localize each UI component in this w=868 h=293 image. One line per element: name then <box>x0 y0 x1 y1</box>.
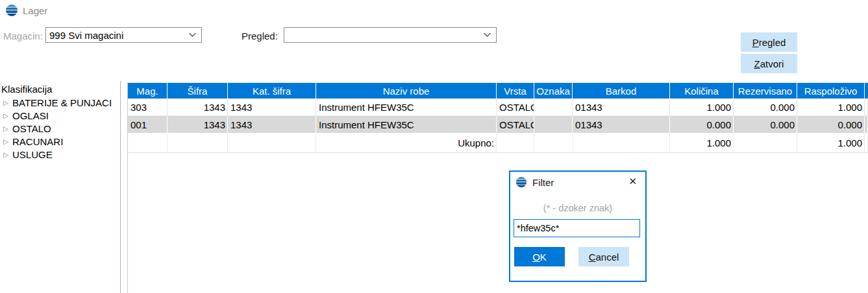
magacin-label: Magacin: <box>3 30 43 41</box>
cell-sifra: 1343 <box>167 99 228 116</box>
table-header-row: Mag. Šifra Kat. šifra Naziv robe Vrsta O… <box>128 83 868 99</box>
col-header-vrsta[interactable]: Vrsta <box>497 83 534 99</box>
zatvori-button[interactable]: Zatvori <box>741 54 797 73</box>
tree-item-label: BATERIJE & PUNJACI <box>12 97 112 108</box>
chevron-down-icon <box>189 33 196 37</box>
totals-partial <box>865 134 868 153</box>
totals-empty <box>497 134 534 153</box>
window-title: Lager <box>5 4 47 17</box>
totals-label: Ukupno: <box>316 134 497 153</box>
totals-empty <box>534 134 573 153</box>
cell-vrsta: OSTALO <box>497 116 534 134</box>
cell-mag: 001 <box>128 116 167 134</box>
tree-item-label: OGLASI <box>12 110 49 121</box>
window-title-text: Lager <box>23 5 47 16</box>
table-row[interactable]: 303 1343 1343 Instrument HFEW35C OSTALO … <box>128 99 868 116</box>
app-globe-icon <box>515 176 527 188</box>
magacin-selected-value: 999 Svi magacini <box>49 30 189 41</box>
cell-rezervisano: 0.000 <box>734 99 797 116</box>
cell-barkod: 01343 <box>573 116 670 134</box>
col-header-rezervisano[interactable]: Rezervisano <box>734 83 797 99</box>
col-header-oznaka[interactable]: Oznaka <box>534 83 573 99</box>
tree-item-baterije[interactable]: ▷ BATERIJE & PUNJACI <box>0 96 120 109</box>
cell-oznaka <box>534 99 573 116</box>
classification-tree: Klasifikacija ▷ BATERIJE & PUNJACI ▷ OGL… <box>0 81 121 293</box>
close-icon[interactable]: ✕ <box>628 176 637 186</box>
cell-kolicina: 1.000 <box>670 99 734 116</box>
col-header-naziv-robe[interactable]: Naziv robe <box>316 83 497 99</box>
col-header-kat-sifra[interactable]: Kat. šifra <box>228 83 316 99</box>
totals-empty <box>573 134 670 153</box>
col-header-barkod[interactable]: Barkod <box>573 83 670 99</box>
cell-partial <box>865 116 868 134</box>
cell-barkod: 01343 <box>573 99 670 116</box>
pregled-label: Pregled: <box>242 30 278 41</box>
col-header-raspolozivo[interactable]: Raspoloživo <box>797 83 865 99</box>
cell-vrsta: OSTALO <box>497 99 534 116</box>
totals-empty <box>128 134 167 153</box>
app-globe-icon <box>5 4 18 17</box>
filter-dialog-titlebar[interactable]: Filter ✕ <box>510 172 645 193</box>
tree-expand-icon[interactable]: ▷ <box>3 125 9 132</box>
totals-raspolozivo: 1.000 <box>797 134 865 153</box>
col-header-partial <box>865 83 868 99</box>
stock-table: Mag. Šifra Kat. šifra Naziv robe Vrsta O… <box>128 82 868 153</box>
chevron-down-icon <box>484 33 491 37</box>
col-header-sifra[interactable]: Šifra <box>167 83 228 99</box>
cell-kat-sifra: 1343 <box>228 116 316 134</box>
tree-item-racunari[interactable]: ▷ RACUNARI <box>0 135 120 148</box>
totals-kolicina: 1.000 <box>670 134 734 153</box>
cell-oznaka <box>534 116 573 134</box>
cell-mag: 303 <box>128 99 167 116</box>
col-header-kolicina[interactable]: Količina <box>670 83 734 99</box>
cell-kat-sifra: 1343 <box>228 99 316 116</box>
filter-input[interactable] <box>514 219 640 237</box>
tree-expand-icon[interactable]: ▷ <box>3 99 9 106</box>
lager-window: Lager Magacin: 999 Svi magacini Pregled:… <box>0 0 868 293</box>
cell-naziv: Instrument HFEW35C <box>316 99 497 116</box>
pregled-select[interactable] <box>284 27 497 43</box>
tree-expand-icon[interactable]: ▷ <box>3 138 9 145</box>
tree-item-usluge[interactable]: ▷ USLUGE <box>0 148 120 161</box>
filter-dialog: Filter ✕ (* - dzoker znak) OK Cancel <box>509 170 647 282</box>
tree-item-label: RACUNARI <box>12 136 63 147</box>
cell-kolicina: 0.000 <box>670 116 734 134</box>
cell-raspolozivo: 0.000 <box>797 116 865 134</box>
cell-partial <box>865 99 868 116</box>
cell-raspolozivo: 1.000 <box>797 99 865 116</box>
table-totals-row: Ukupno: 1.000 1.000 <box>128 134 868 153</box>
totals-empty <box>167 134 228 153</box>
tree-header: Klasifikacija <box>0 81 120 96</box>
totals-rezervisano <box>734 134 797 153</box>
magacin-select[interactable]: 999 Svi magacini <box>45 27 202 43</box>
totals-empty <box>228 134 316 153</box>
col-header-mag[interactable]: Mag. <box>128 83 167 99</box>
cancel-button[interactable]: Cancel <box>578 247 629 266</box>
tree-item-ostalo[interactable]: ▷ OSTALO <box>0 122 120 135</box>
tree-item-oglasi[interactable]: ▷ OGLASI <box>0 109 120 122</box>
ok-button[interactable]: OK <box>514 247 565 266</box>
table-row[interactable]: 001 1343 1343 Instrument HFEW35C OSTALO … <box>128 116 868 134</box>
tree-expand-icon[interactable]: ▷ <box>3 151 9 158</box>
wildcard-hint: (* - dzoker znak) <box>510 203 645 213</box>
tree-item-label: USLUGE <box>12 149 53 160</box>
tree-expand-icon[interactable]: ▷ <box>3 112 9 119</box>
dialog-title: Filter <box>532 177 554 188</box>
pregled-button[interactable]: Pregled <box>741 32 797 52</box>
cell-naziv: Instrument HFEW35C <box>316 116 497 134</box>
tree-item-label: OSTALO <box>12 123 51 134</box>
cell-sifra: 1343 <box>167 116 228 134</box>
cell-rezervisano: 0.000 <box>734 116 797 134</box>
